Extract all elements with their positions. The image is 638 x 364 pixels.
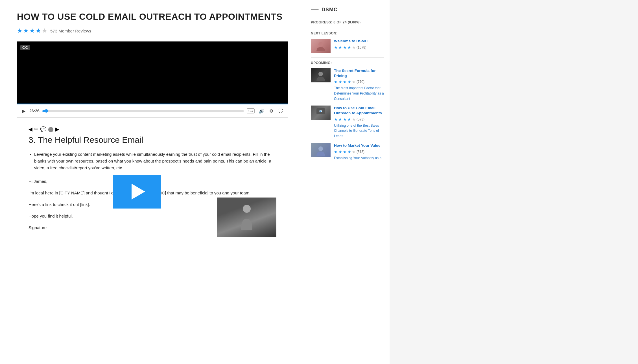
svg-text:📧: 📧 — [319, 110, 322, 113]
settings-button[interactable]: ⚙ — [268, 107, 274, 115]
time-display: 26:26 — [29, 109, 40, 113]
cc-badge: CC — [20, 45, 30, 50]
edit-icon[interactable]: ✏ — [34, 126, 38, 132]
next-lesson-rating-count: (1078) — [357, 45, 366, 49]
star-1: ★ — [17, 27, 23, 34]
next-lesson-thumbnail — [311, 39, 331, 53]
next-lesson-title[interactable]: Welcome to DSMC — [334, 39, 384, 44]
svg-point-2 — [318, 72, 323, 76]
upcoming-thumb-img-2 — [315, 144, 326, 156]
upcoming-thumb-img-0 — [315, 70, 326, 81]
course-stars: ★ ★ ★ ★ ★ — [17, 27, 47, 34]
settings-icon: ⚙ — [269, 108, 273, 114]
next-lesson-thumb-img — [315, 40, 326, 51]
star-2: ★ — [23, 27, 29, 34]
upcoming-thumb-1: 📧 — [311, 106, 331, 120]
upcoming-lesson-title-0[interactable]: The Secret Formula for Pricing — [334, 68, 384, 78]
video-controls-bar[interactable]: ▶ 26:26 CC 🔊 ⚙ ⛶ — [17, 104, 288, 118]
upcoming-desc-2: Establishing Your Authority as a — [334, 156, 381, 160]
lesson-content: ◀ ✏ 💬 ⬤ ▶ 3. The Helpful Resource Email … — [17, 118, 288, 244]
upcoming-rating-1: (573) — [357, 117, 364, 121]
next-lesson-info: Welcome to DSMC ★ ★ ★ ★ ★ (1078) — [334, 39, 384, 51]
nl-star-1: ★ — [334, 45, 338, 50]
sidebar-top-divider — [311, 17, 384, 17]
cc-button[interactable]: CC — [247, 108, 255, 113]
progress-dot — [45, 109, 48, 113]
play-triangle-icon — [132, 184, 145, 199]
upcoming-thumb-2 — [311, 143, 331, 157]
fullscreen-button[interactable]: ⛶ — [277, 107, 284, 115]
upcoming-lesson-card-1[interactable]: 📧 How to Use Cold Email Outreach to Appo… — [311, 106, 384, 138]
nav-arrows: ◀ ✏ 💬 ⬤ ▶ — [29, 126, 276, 132]
course-title: HOW TO USE COLD EMAIL OUTREACH TO APPOIN… — [17, 11, 288, 22]
upcoming-stars-1: ★ ★ ★ ★ ★ (573) — [334, 117, 384, 122]
forward-arrow[interactable]: ▶ — [55, 126, 59, 132]
next-lesson-label: NEXT LESSON: — [311, 31, 384, 35]
sidebar-dash-icon — [311, 9, 319, 10]
star-3: ★ — [29, 27, 35, 34]
upcoming-lesson-title-2[interactable]: How to Market Your Value — [334, 143, 384, 148]
play-button[interactable]: ▶ — [21, 107, 27, 115]
star-4: ★ — [36, 27, 41, 34]
upcoming-lesson-info-0: The Secret Formula for Pricing ★ ★ ★ ★ ★… — [334, 68, 384, 101]
upcoming-lesson-card-0[interactable]: The Secret Formula for Pricing ★ ★ ★ ★ ★… — [311, 68, 384, 101]
video-play-overlay[interactable] — [113, 175, 161, 209]
upcoming-lesson-title-1[interactable]: How to Use Cold Email Outreach to Appoin… — [334, 106, 384, 115]
upcoming-desc-1: Utilizing one of the Best Sales Channels… — [334, 124, 379, 138]
sidebar-header: DSMC — [311, 7, 384, 13]
svg-point-1 — [318, 42, 323, 47]
back-arrow[interactable]: ◀ — [29, 126, 32, 132]
upcoming-section: The Secret Formula for Pricing ★ ★ ★ ★ ★… — [311, 68, 384, 160]
upcoming-stars-2: ★ ★ ★ ★ ★ (513) — [334, 150, 384, 154]
lesson-bullets: Leverage your existing content marketing… — [34, 151, 276, 171]
email-body: Hi James, I'm local here in [CITY NAME] … — [29, 177, 276, 231]
nl-star-3: ★ — [343, 45, 347, 50]
review-count: 573 Member Reviews — [50, 28, 91, 33]
svg-point-5 — [318, 146, 323, 151]
progress-bar[interactable] — [42, 110, 244, 112]
nl-star-4: ★ — [348, 45, 351, 50]
next-lesson-card[interactable]: Welcome to DSMC ★ ★ ★ ★ ★ (1078) — [311, 39, 384, 53]
video-player[interactable]: CC — [17, 41, 288, 104]
thumbnail-person — [217, 198, 276, 237]
sidebar-progress-divider — [311, 28, 384, 28]
upcoming-desc-0: The Most Important Factor that Determine… — [334, 86, 384, 101]
play-icon: ▶ — [22, 108, 25, 114]
upcoming-thumb-img-1: 📧 — [315, 107, 326, 118]
upcoming-rating-2: (513) — [357, 150, 364, 154]
nl-star-5: ★ — [352, 45, 356, 50]
progress-label: PROGRESS: 0 OF 24 (0.00%) — [311, 20, 384, 24]
upcoming-thumb-0 — [311, 68, 331, 82]
upcoming-label: UPCOMING: — [311, 61, 384, 65]
rating-row: ★ ★ ★ ★ ★ 573 Member Reviews — [17, 27, 288, 34]
share-icon[interactable]: ⬤ — [48, 126, 54, 132]
nl-star-2: ★ — [338, 45, 342, 50]
volume-button[interactable]: 🔊 — [257, 107, 265, 115]
comment-icon[interactable]: 💬 — [40, 126, 46, 132]
bullet-item-1: Leverage your existing content marketing… — [34, 151, 276, 171]
video-thumbnail-small — [217, 198, 276, 237]
lesson-title: 3. The Helpful Resource Email — [29, 135, 276, 145]
upcoming-stars-0: ★ ★ ★ ★ ★ (770) — [334, 80, 384, 84]
upcoming-lesson-info-1: How to Use Cold Email Outreach to Appoin… — [334, 106, 384, 138]
sidebar-brand: DSMC — [322, 7, 338, 13]
upcoming-lesson-info-2: How to Market Your Value ★ ★ ★ ★ ★ (513)… — [334, 143, 384, 160]
sidebar: DSMC PROGRESS: 0 OF 24 (0.00%) NEXT LESS… — [305, 0, 390, 364]
upcoming-rating-0: (770) — [357, 80, 364, 84]
star-5: ★ — [42, 27, 47, 34]
fullscreen-icon: ⛶ — [278, 108, 283, 113]
next-lesson-stars: ★ ★ ★ ★ ★ (1078) — [334, 45, 384, 50]
person-silhouette-icon — [238, 203, 255, 231]
cc-icon: CC — [248, 109, 253, 113]
upcoming-lesson-card-2[interactable]: How to Market Your Value ★ ★ ★ ★ ★ (513)… — [311, 143, 384, 160]
svg-point-0 — [243, 205, 251, 213]
sidebar-next-divider — [311, 57, 384, 58]
volume-icon: 🔊 — [259, 108, 264, 114]
